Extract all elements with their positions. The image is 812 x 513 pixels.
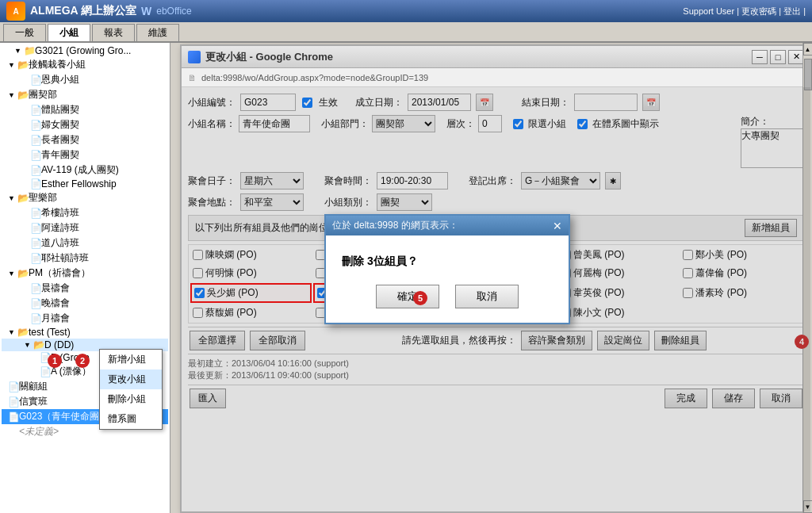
modal-confirm-button[interactable]: 確定: [376, 285, 439, 308]
modal-overlay: 位於 delta:9998 的網頁表示： ✕ 刪除 3位組員？ 確定 取消 5: [182, 87, 810, 511]
tree-item-women[interactable]: 📄 婦女團契: [2, 117, 168, 132]
tree-item-pm[interactable]: ▼ 📂 PM（祈禱會）: [2, 266, 168, 281]
tree-item-g3021[interactable]: ▼ 📁 G3021 (Growing Gro...: [2, 44, 168, 57]
tab-bar: 一般 小組 報表 維護: [0, 22, 812, 43]
tree-item-elders[interactable]: 📄 長者團契: [2, 132, 168, 147]
chrome-close-btn[interactable]: ✕: [788, 50, 804, 64]
app-title: ALMEGA 網上辦公室: [30, 4, 136, 18]
modal-body: 刪除 3位組員？: [326, 235, 569, 277]
address-text: delta:9998/wo/AddGroup.aspx?mode=node&Gr…: [201, 73, 428, 82]
app-logo-area: A ALMEGA 網上辦公室 W ebOffice: [6, 2, 192, 21]
tree-item-monthly[interactable]: 📄 月禱會: [2, 311, 168, 326]
chrome-restore-btn[interactable]: □: [770, 50, 786, 64]
modal-dialog: 位於 delta:9998 的網頁表示： ✕ 刪除 3位組員？ 確定 取消 5: [324, 214, 570, 324]
modal-cancel-button[interactable]: 取消: [455, 285, 519, 308]
context-menu-add[interactable]: 新增小組: [100, 350, 162, 369]
chrome-titlebar: 更改小組 - Google Chrome ─ □ ✕: [182, 46, 810, 68]
tree-item-fellowship[interactable]: ▼ 📂 團契部: [2, 87, 168, 102]
app-logo: A: [6, 2, 25, 21]
context-menu-chart[interactable]: 體系圖: [100, 409, 162, 429]
modal-titlebar: 位於 delta:9998 的網頁表示： ✕: [326, 216, 569, 235]
tree-item-youth[interactable]: 📄 青年團契: [2, 147, 168, 163]
scroll-up[interactable]: ▲: [803, 43, 813, 56]
chrome-minimize-btn[interactable]: ─: [752, 50, 768, 64]
chrome-tab-area: 更改小組 - Google Chrome: [188, 50, 333, 64]
tab-general[interactable]: 一般: [3, 24, 46, 41]
tree-item-av119[interactable]: 📄 AV-119 (成人團契): [2, 163, 168, 178]
tree-item-choir4[interactable]: 📄 耶社頓詩班: [2, 251, 168, 266]
page-icon: 🗎: [188, 73, 197, 82]
tab-group[interactable]: 小組: [48, 24, 90, 41]
context-menu-delete[interactable]: 刪除小組: [100, 389, 162, 409]
modal-buttons: 確定 取消: [326, 277, 569, 323]
tab-report[interactable]: 報表: [92, 24, 135, 41]
tree-item-contacts[interactable]: ▼ 📂 接觸栽養小組: [2, 57, 168, 72]
modal-close-icon[interactable]: ✕: [553, 220, 562, 232]
top-bar-right: Support User | 更改密碼 | 登出 |: [683, 6, 806, 17]
address-bar: 🗎 delta:9998/wo/AddGroup.aspx?mode=node&…: [182, 68, 810, 87]
chrome-window-icon: [188, 51, 201, 63]
scroll-thumb[interactable]: [804, 59, 812, 90]
badge-5: 5: [413, 291, 427, 305]
badge-2: 2: [75, 354, 90, 368]
modal-title: 位於 delta:9998 的網頁表示：: [332, 219, 458, 232]
context-menu-edit[interactable]: 更改小組: [100, 369, 162, 389]
tree-item-esther[interactable]: 📄 Esther Fellowship: [2, 178, 168, 190]
tree-item-tiji[interactable]: 📄 體貼團契: [2, 102, 168, 117]
context-menu: 新增小組 更改小組 刪除小組 體系圖: [99, 349, 163, 430]
badge-1: 1: [48, 354, 62, 368]
tree-item-morning[interactable]: 📄 晨禱會: [2, 281, 168, 296]
tree-item-grace[interactable]: 📄 恩典小組: [2, 72, 168, 87]
content-area: 更改小組 - Google Chrome ─ □ ✕ 🗎 delta:9998/…: [170, 43, 812, 513]
tree-item-choir1[interactable]: 📄 希樓詩班: [2, 205, 168, 220]
tree-item-music[interactable]: ▼ 📂 聖樂部: [2, 190, 168, 205]
chrome-window: 更改小組 - Google Chrome ─ □ ✕ 🗎 delta:9998/…: [180, 44, 812, 513]
sidebar: ▼ 📁 G3021 (Growing Gro... ▼ 📂 接觸栽養小組 📄 恩…: [0, 43, 170, 513]
chrome-controls: ─ □ ✕: [752, 50, 804, 64]
tab-maintain[interactable]: 維護: [136, 24, 179, 41]
tree-item-choir2[interactable]: 📄 阿達詩班: [2, 220, 168, 235]
top-bar: A ALMEGA 網上辦公室 W ebOffice Support User |…: [0, 0, 812, 22]
tree-item-evening[interactable]: 📄 晚禱會: [2, 296, 168, 311]
chrome-title: 更改小組 - Google Chrome: [205, 50, 333, 64]
tree-item-choir3[interactable]: 📄 道八詩班: [2, 235, 168, 251]
tree-item-test[interactable]: ▼ 📂 test (Test): [2, 326, 168, 339]
